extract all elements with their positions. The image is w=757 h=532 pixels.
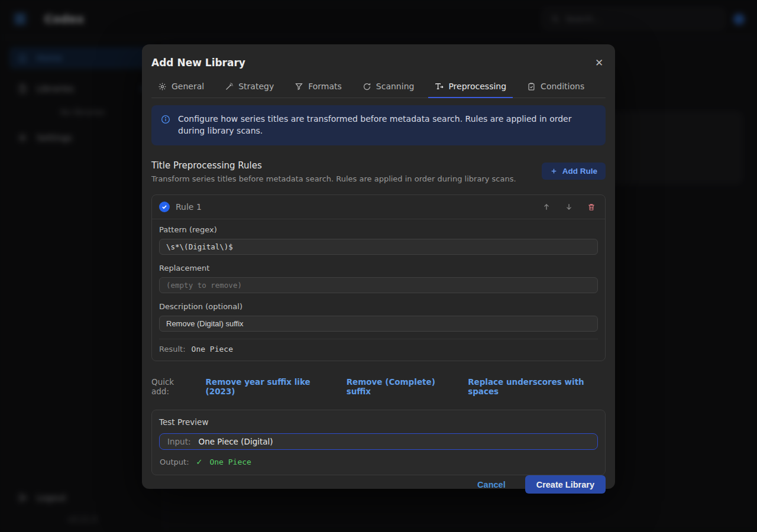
tab-label: Preprocessing	[448, 82, 506, 91]
info-icon	[161, 115, 170, 124]
tab-label: Formats	[308, 82, 342, 91]
modal-footer: Cancel Create Library	[142, 475, 615, 505]
rule-body: Pattern (regex) Replacement Description …	[152, 219, 605, 361]
test-input-field[interactable]: Input: One Piece (Digital)	[159, 433, 598, 450]
tab-label: General	[172, 82, 204, 91]
quick-add-underscores[interactable]: Replace underscores with spaces	[468, 377, 606, 396]
arrow-up-icon	[542, 203, 551, 211]
description-label: Description (optional)	[159, 302, 598, 311]
cancel-button[interactable]: Cancel	[477, 480, 506, 489]
tab-label: Scanning	[376, 82, 415, 91]
gear-icon	[158, 82, 167, 91]
info-banner: Configure how series titles are transfor…	[151, 105, 606, 145]
add-library-modal: Add New Library ✕ General Strategy Forma…	[142, 44, 615, 489]
tab-general[interactable]: General	[151, 76, 211, 98]
test-output-value: One Piece	[209, 458, 251, 466]
tab-conditions[interactable]: Conditions	[520, 76, 591, 98]
trash-icon	[587, 203, 596, 211]
tab-label: Conditions	[541, 82, 584, 91]
test-output-label: Output:	[160, 458, 189, 466]
result-value: One Piece	[192, 345, 233, 353]
tab-label: Strategy	[238, 82, 274, 91]
modal-header: Add New Library ✕	[142, 44, 615, 76]
quick-add-complete-suffix[interactable]: Remove (Complete) suffix	[347, 377, 454, 396]
quick-add-label: Quick add:	[151, 377, 191, 396]
rule-card: Rule 1 Pattern (regex) Replacement Descr…	[151, 194, 606, 361]
add-rule-button[interactable]: Add Rule	[542, 163, 606, 180]
pattern-input[interactable]	[159, 239, 598, 255]
funnel-icon	[295, 82, 303, 91]
tab-scanning[interactable]: Scanning	[356, 76, 421, 98]
replacement-label: Replacement	[159, 264, 598, 273]
tab-formats[interactable]: Formats	[288, 76, 348, 98]
rule-result-row: Result: One Piece	[159, 339, 598, 353]
info-banner-text: Configure how series titles are transfor…	[178, 113, 596, 137]
test-output-row: Output: ✓ One Piece	[159, 458, 598, 466]
rules-section-header: Title Preprocessing Rules Transform seri…	[151, 160, 606, 183]
arrow-down-icon	[565, 203, 573, 211]
test-preview-card: Test Preview Input: One Piece (Digital) …	[151, 410, 606, 475]
rules-section-title: Title Preprocessing Rules	[151, 160, 516, 171]
move-rule-down-button[interactable]	[562, 200, 575, 213]
quick-add-row: Quick add: Remove year suffix like (2023…	[151, 377, 606, 396]
test-input-value: One Piece (Digital)	[199, 437, 273, 446]
rule-name: Rule 1	[176, 202, 530, 212]
delete-rule-button[interactable]	[585, 200, 598, 213]
rule-header: Rule 1	[152, 195, 605, 219]
rules-section-subtitle: Transform series titles before metadata …	[151, 174, 516, 183]
test-input-label: Input:	[167, 437, 191, 446]
wand-icon	[225, 82, 234, 91]
tab-strategy[interactable]: Strategy	[218, 76, 280, 98]
pattern-label: Pattern (regex)	[159, 225, 598, 234]
modal-tabs: General Strategy Formats Scanning Prepro…	[151, 76, 606, 98]
rule-enabled-checkbox[interactable]	[159, 202, 170, 212]
create-library-button[interactable]: Create Library	[525, 475, 606, 494]
modal-body: Configure how series titles are transfor…	[142, 98, 615, 475]
tab-preprocessing[interactable]: Preprocessing	[428, 76, 513, 98]
add-rule-label: Add Rule	[562, 167, 597, 176]
result-label: Result:	[159, 345, 186, 353]
close-icon[interactable]: ✕	[593, 56, 606, 69]
replacement-input[interactable]	[159, 277, 598, 293]
quick-add-year-suffix[interactable]: Remove year suffix like (2023)	[206, 377, 332, 396]
check-icon	[161, 204, 167, 210]
refresh-icon	[363, 82, 371, 91]
text-transform-icon	[435, 82, 444, 91]
description-input[interactable]	[159, 316, 598, 332]
move-rule-up-button[interactable]	[540, 200, 553, 213]
success-check-icon: ✓	[196, 458, 203, 466]
plus-icon	[550, 167, 558, 175]
modal-title: Add New Library	[151, 57, 245, 69]
clipboard-check-icon	[527, 82, 536, 91]
test-preview-title: Test Preview	[159, 417, 598, 427]
